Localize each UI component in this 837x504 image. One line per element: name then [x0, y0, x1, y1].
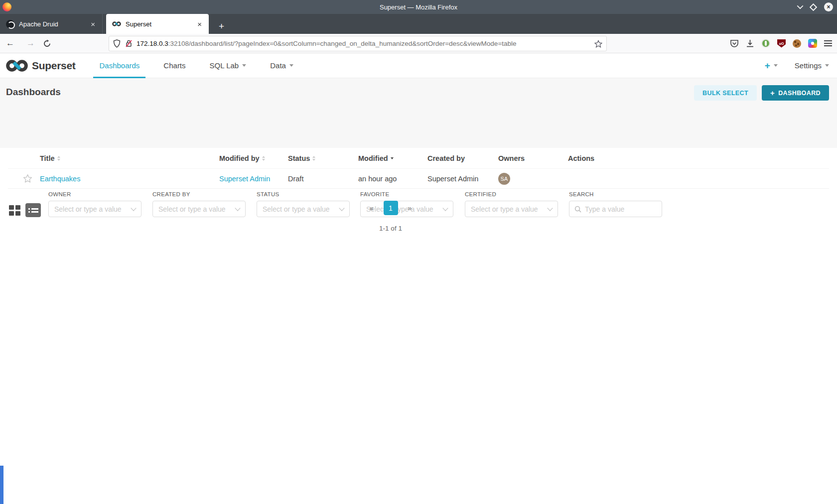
- sort-icon: [57, 156, 60, 161]
- nav-dashboards[interactable]: Dashboards: [87, 53, 151, 78]
- menu-icon[interactable]: [824, 40, 832, 46]
- plus-icon: +: [770, 89, 775, 97]
- filter-label: STATUS: [257, 191, 350, 197]
- browser-toolbar: ← → 172.18.0.3:32108/dashboard/list/?pag…: [0, 34, 837, 53]
- ublock-origin-icon[interactable]: uO: [777, 39, 786, 48]
- filter-label: CREATED BY: [152, 191, 246, 197]
- settings-menu[interactable]: Settings: [795, 61, 829, 70]
- url-bar[interactable]: 172.18.0.3:32108/dashboard/list/?pageInd…: [109, 36, 607, 51]
- column-header-status[interactable]: Status: [288, 154, 358, 162]
- close-tab-icon[interactable]: ×: [195, 20, 204, 28]
- prev-page-button[interactable]: «: [366, 202, 378, 214]
- dashboard-link[interactable]: Earthquakes: [40, 175, 80, 183]
- maximize-icon[interactable]: [810, 3, 818, 11]
- column-label: Title: [40, 154, 55, 162]
- superset-favicon-icon: [112, 21, 121, 27]
- chevron-down-icon: [774, 64, 778, 67]
- new-dashboard-label: DASHBOARD: [778, 90, 821, 97]
- new-tab-button[interactable]: +: [216, 21, 227, 34]
- status-cell: Draft: [288, 175, 358, 183]
- pocket-icon[interactable]: [730, 39, 739, 48]
- column-label: Status: [288, 154, 310, 162]
- favorite-star-icon[interactable]: [23, 174, 32, 183]
- dashboard-title-cell: Earthquakes: [40, 175, 219, 183]
- column-header-modified-by[interactable]: Modified by: [219, 154, 288, 162]
- plus-icon: +: [765, 60, 770, 71]
- column-label: Created by: [427, 154, 465, 162]
- back-icon[interactable]: ←: [0, 38, 20, 48]
- created-by-cell: Superset Admin: [427, 175, 498, 183]
- modified-by-cell: Superset Admin: [219, 175, 288, 183]
- pagination: « 1 »: [0, 201, 781, 215]
- superset-infinity-icon: [6, 59, 28, 72]
- desktop-edge-strip: [0, 466, 3, 504]
- page-title: Dashboards: [6, 87, 61, 98]
- column-header-created-by: Created by: [427, 154, 498, 162]
- close-window-icon[interactable]: ×: [824, 2, 833, 11]
- page-header-zone: Dashboards BULK SELECT + DASHBOARD OWNER…: [0, 78, 837, 148]
- tab-label: Apache Druid: [19, 20, 89, 28]
- insecure-lock-icon[interactable]: [125, 39, 133, 48]
- filter-label: CERTIFIED: [465, 191, 558, 197]
- extension-asterisk-icon[interactable]: [808, 39, 817, 48]
- new-dashboard-button[interactable]: + DASHBOARD: [762, 85, 829, 101]
- bulk-select-button[interactable]: BULK SELECT: [694, 85, 757, 101]
- next-page-button[interactable]: »: [404, 202, 416, 214]
- window-controls: ×: [798, 0, 833, 14]
- page-1-button[interactable]: 1: [384, 201, 398, 215]
- column-label: Owners: [498, 154, 525, 162]
- tab-bar: Apache Druid × Superset × +: [0, 14, 837, 34]
- tab-apache-druid[interactable]: Apache Druid ×: [0, 14, 103, 34]
- favorite-cell: [8, 174, 40, 183]
- toolbar-extensions: uO: [730, 39, 832, 48]
- minimize-icon[interactable]: [797, 3, 804, 9]
- column-label: Modified: [358, 154, 388, 162]
- column-header-owners: Owners: [498, 154, 568, 162]
- forward-icon[interactable]: →: [20, 38, 41, 48]
- filter-label: OWNER: [48, 191, 141, 197]
- dashboards-table: Title Modified by Status Modified Create…: [8, 148, 829, 189]
- nav-label: Charts: [163, 61, 185, 70]
- row-count-summary: 1-1 of 1: [0, 225, 781, 232]
- modified-by-link[interactable]: Superset Admin: [219, 175, 270, 183]
- sort-desc-icon: [391, 157, 394, 159]
- url-text[interactable]: 172.18.0.3:32108/dashboard/list/?pageInd…: [137, 40, 594, 47]
- reload-icon[interactable]: [43, 39, 51, 48]
- bulk-select-label: BULK SELECT: [702, 90, 748, 97]
- new-item-menu[interactable]: +: [765, 60, 778, 71]
- tab-superset[interactable]: Superset ×: [106, 14, 209, 34]
- column-header-modified[interactable]: Modified: [358, 154, 427, 162]
- sort-icon: [312, 156, 315, 161]
- superset-navbar: Superset Dashboards Charts SQL Lab Data …: [0, 53, 837, 78]
- column-header-actions: Actions: [568, 154, 829, 162]
- chevron-down-icon: [825, 64, 829, 67]
- url-path: :32108/dashboard/list/?pageIndex=0&sortC…: [168, 40, 517, 47]
- window-titlebar: Superset — Mozilla Firefox ×: [0, 0, 837, 14]
- extension-green-icon[interactable]: [761, 39, 770, 48]
- cookie-extension-icon[interactable]: [793, 39, 801, 48]
- download-icon[interactable]: [746, 39, 754, 48]
- shield-icon[interactable]: [113, 39, 121, 48]
- nav-charts[interactable]: Charts: [151, 53, 197, 78]
- chevron-down-icon: [289, 64, 293, 67]
- column-header-title[interactable]: Title: [40, 154, 219, 162]
- sort-icon: [262, 156, 265, 161]
- bookmark-star-icon[interactable]: [594, 40, 602, 48]
- nav-sql-lab[interactable]: SQL Lab: [198, 53, 259, 78]
- chevron-down-icon: [242, 64, 246, 67]
- header-buttons: BULK SELECT + DASHBOARD: [694, 85, 829, 101]
- nav-data[interactable]: Data: [258, 53, 305, 78]
- superset-logo[interactable]: Superset: [6, 59, 75, 72]
- column-label: Actions: [568, 154, 594, 162]
- nav-label: SQL Lab: [210, 61, 239, 70]
- column-label: Modified by: [219, 154, 260, 162]
- owner-avatar[interactable]: SA: [498, 173, 510, 185]
- navbar-right: + Settings: [765, 60, 829, 71]
- table-row: Earthquakes Superset Admin Draft an hour…: [8, 168, 829, 189]
- window-title: Superset — Mozilla Firefox: [0, 3, 837, 11]
- close-tab-icon[interactable]: ×: [89, 20, 97, 28]
- druid-favicon-icon: [6, 20, 14, 28]
- table-header-row: Title Modified by Status Modified Create…: [8, 148, 829, 168]
- filter-label: SEARCH: [569, 191, 662, 197]
- owners-cell: SA: [498, 173, 568, 185]
